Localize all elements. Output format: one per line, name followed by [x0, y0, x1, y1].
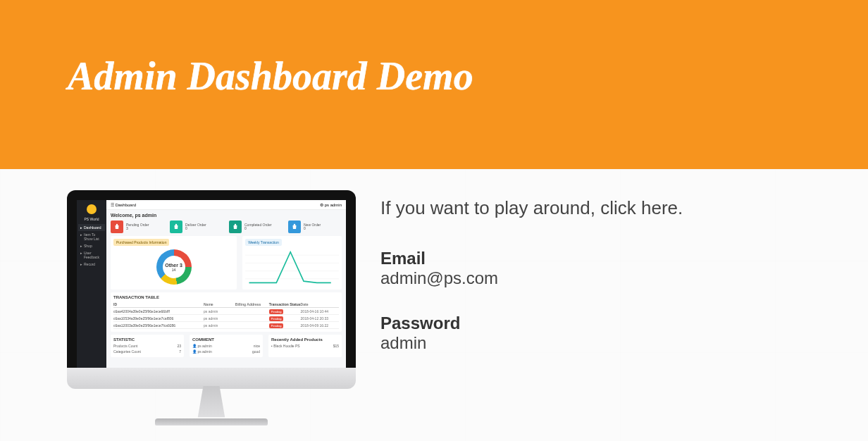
cell-name: ps admin: [204, 323, 235, 328]
screen-bezel: PS World ▸ Dashboard ▸ Item To Show List…: [67, 190, 356, 368]
table-row[interactable]: c6aa12003a39e0e25f96e1ece7fca9286 ps adm…: [113, 322, 339, 329]
imac-mock: PS World ▸ Dashboard ▸ Item To Show List…: [67, 190, 356, 426]
col-date: Date: [301, 302, 339, 306]
stat-new[interactable]: New Order0: [288, 220, 342, 233]
donut-center-label: Other 3: [165, 263, 182, 268]
stat-value: 23: [177, 344, 181, 348]
sidebar-item-label: User Feedback: [84, 251, 103, 259]
sidebar: PS World ▸ Dashboard ▸ Item To Show List…: [77, 200, 106, 368]
breadcrumb-bar: ☰ Dashboard ⚙ ps admin: [106, 200, 346, 210]
stat-value: 3: [126, 226, 128, 230]
recent-panel: Recently Added Products ▪ Black Hoodie P…: [268, 335, 342, 357]
stat-deliver[interactable]: Deliver Order0: [170, 220, 223, 233]
lead-text[interactable]: If you want to play around, click here.: [380, 197, 826, 219]
stat-label: Categories Count: [113, 349, 141, 354]
line-chart: [245, 247, 339, 287]
col-name: Name: [204, 302, 235, 306]
status-badge: Pending: [269, 309, 284, 314]
topright-user[interactable]: ⚙ ps admin: [320, 202, 342, 207]
email-value: admin@ps.com: [380, 268, 826, 288]
email-label: Email: [380, 249, 826, 268]
sidebar-item-label: Dashboard: [84, 225, 101, 230]
product-name: Black Hoodie PS: [273, 344, 300, 348]
sidebar-item-dashboard[interactable]: ▸ Dashboard: [78, 224, 105, 231]
cell-date: 2018-04-16 10:44: [301, 309, 339, 313]
col-addr: Billing Address: [235, 302, 269, 306]
imac-foot: [155, 418, 268, 426]
cell-id: c6aa12003a39e0e25f96e1ece7fca9286: [113, 323, 204, 328]
col-id: ID: [113, 302, 204, 306]
monitor-column: PS World ▸ Dashboard ▸ Item To Show List…: [49, 190, 373, 441]
table-row[interactable]: c6aa42004a39e0e25f96e1ece66bfff ps admin…: [113, 308, 339, 315]
donut-center-value: 14: [172, 268, 176, 272]
bag-icon: [288, 220, 301, 233]
sidebar-item-feedback[interactable]: ▸ User Feedback: [78, 249, 105, 261]
status-badge: Pending: [269, 316, 284, 321]
col-status: Transaction Status: [269, 302, 301, 306]
panel-title: Recently Added Products: [271, 337, 339, 342]
password-label: Password: [380, 313, 826, 333]
cell-date: 2018-04-09 16:22: [301, 323, 339, 328]
dashboard-screenshot: PS World ▸ Dashboard ▸ Item To Show List…: [77, 200, 346, 368]
line-panel: Weekly Transaction: [242, 236, 342, 290]
cell-addr: [235, 309, 269, 313]
brand-logo: [87, 204, 97, 214]
panel-title: STATISTIC: [113, 337, 181, 342]
transaction-table: TRANSACTION TABLE ID Name Billing Addres…: [111, 292, 342, 332]
cell-name: ps admin: [204, 309, 235, 313]
stat-pending[interactable]: Pending Order3: [111, 220, 164, 233]
bag-icon: [229, 220, 242, 233]
sidebar-item-label: Record: [84, 262, 95, 266]
page-title: Admin Dashboard Demo: [68, 56, 812, 96]
sidebar-item-label: Shop: [84, 244, 92, 248]
bag-icon: [170, 220, 182, 233]
status-badge: Pending: [269, 323, 284, 328]
hero-banner: Admin Dashboard Demo: [0, 0, 868, 169]
stat-label: Pending Order: [126, 223, 149, 227]
password-value: admin: [380, 333, 826, 353]
comment-text: nice: [254, 344, 260, 348]
cell-id: c6aa10534a39e0e25f96e1ece7caf806: [113, 316, 204, 321]
cell-id: c6aa42004a39e0e25f96e1ece66bfff: [113, 309, 204, 313]
breadcrumb: Dashboard: [116, 203, 136, 207]
brand-name: PS World: [78, 217, 105, 221]
stat-value: 0: [244, 226, 247, 230]
imac-chin: [67, 368, 356, 389]
comment-text: good: [252, 349, 260, 354]
stat-label: Products Count: [113, 344, 137, 348]
statistic-panel: STATISTIC Products Count23 Categories Co…: [111, 335, 184, 357]
comment-user: ps admin: [197, 349, 211, 354]
stat-label: New Order: [304, 223, 321, 227]
cell-date: 2018-04-12 20:33: [301, 316, 339, 321]
stat-completed[interactable]: Completed Order0: [229, 220, 283, 233]
product-price: $15: [333, 344, 339, 348]
sidebar-item-itemlist[interactable]: ▸ Item To Show List: [78, 231, 105, 242]
user-label: ps admin: [325, 203, 342, 207]
charts-row: Purchased Products Information Other 3 1…: [106, 236, 346, 292]
stats-row: Pending Order3 Deliver Order0 Completed …: [106, 220, 346, 236]
bag-icon: [111, 220, 123, 233]
sidebar-item-shop[interactable]: ▸ Shop: [78, 242, 105, 249]
sidebar-item-label: Item To Show List: [84, 232, 103, 241]
stat-value: 0: [185, 226, 187, 230]
sidebar-item-record[interactable]: ▸ Record: [78, 261, 105, 268]
info-column: If you want to play around, click here. …: [373, 190, 826, 441]
welcome-text: Welcome, ps admin: [106, 210, 346, 220]
content-area: PS World ▸ Dashboard ▸ Item To Show List…: [0, 169, 868, 441]
table-title: TRANSACTION TABLE: [113, 295, 339, 299]
bottom-panels: STATISTIC Products Count23 Categories Co…: [106, 335, 346, 360]
stat-label: Deliver Order: [185, 223, 206, 227]
line-header: Weekly Transaction: [245, 239, 282, 246]
stat-value: 7: [179, 349, 181, 354]
stat-label: Completed Order: [244, 223, 271, 227]
comment-user: ps admin: [197, 344, 211, 348]
donut-panel: Purchased Products Information Other 3 1…: [111, 236, 237, 290]
cell-addr: [235, 316, 269, 321]
table-header-row: ID Name Billing Address Transaction Stat…: [113, 301, 339, 308]
imac-stand: [189, 386, 234, 420]
cell-name: ps admin: [204, 316, 235, 321]
panel-title: COMMENT: [192, 337, 260, 342]
comment-panel: COMMENT 👤 ps adminnice 👤 ps admingood: [190, 335, 263, 357]
cell-addr: [235, 323, 269, 328]
table-row[interactable]: c6aa10534a39e0e25f96e1ece7caf806 ps admi…: [113, 315, 339, 322]
